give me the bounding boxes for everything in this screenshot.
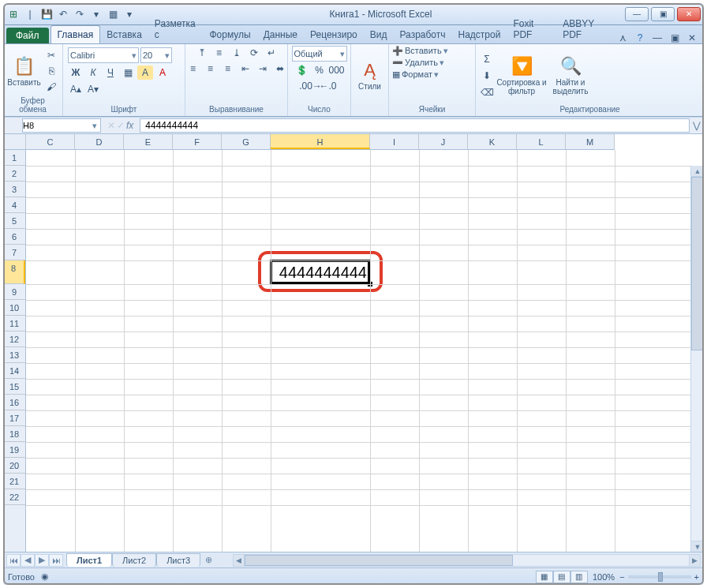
align-right-icon[interactable]: ≡ [220,62,236,76]
column-header-J[interactable]: J [419,134,468,149]
nav-next-icon[interactable]: ▶ [35,554,49,567]
undo-icon[interactable]: ↶ [56,7,70,21]
row-header-16[interactable]: 16 [3,395,25,410]
qat-extra-icon[interactable]: ▦ [106,7,120,21]
zoom-slider[interactable]: − + [619,572,699,582]
bold-button[interactable]: Ж [68,66,84,80]
row-header-22[interactable]: 22 [3,489,25,505]
zoom-in-icon[interactable]: + [694,572,699,582]
column-header-G[interactable]: G [222,134,271,149]
border-button[interactable]: ▦ [120,66,136,80]
decrease-indent-icon[interactable]: ⇤ [238,62,253,76]
delete-cells-button[interactable]: ➖Удалить▾ [392,58,444,68]
comma-icon[interactable]: 000 [329,63,345,77]
row-header-20[interactable]: 20 [3,458,25,474]
row-header-1[interactable]: 1 [3,150,25,166]
orientation-icon[interactable]: ⟳ [246,46,262,60]
format-cells-button[interactable]: ▦Формат▾ [392,69,439,80]
enter-formula-icon[interactable]: ✓ [117,120,125,131]
row-header-13[interactable]: 13 [3,347,25,363]
insert-cells-button[interactable]: ➕Вставить▾ [392,46,448,56]
column-header-C[interactable]: C [26,134,75,149]
fill-color-button[interactable]: А [137,66,153,80]
spreadsheet-grid[interactable]: CDEFGHIJKLM 1234567891011121314151617181… [3,134,704,552]
row-header-21[interactable]: 21 [3,474,25,489]
currency-icon[interactable]: 💲 [294,63,310,77]
column-header-L[interactable]: L [517,134,566,149]
format-painter-icon[interactable]: 🖌 [43,80,59,94]
tab-insert[interactable]: Вставка [100,26,148,43]
number-format-combo[interactable]: Общий▾ [292,46,347,62]
row-header-4[interactable]: 4 [3,197,25,213]
doc-restore-icon[interactable]: ▣ [668,32,682,43]
increase-decimal-icon[interactable]: .00→ [303,79,319,93]
tab-home[interactable]: Главная [50,25,101,43]
tab-layout[interactable]: Разметка с [148,15,204,43]
autosum-icon[interactable]: Σ [479,52,495,66]
merge-icon[interactable]: ⬌ [272,62,288,76]
nav-first-icon[interactable]: ⏮ [6,554,21,567]
styles-button[interactable]: Ą Стили [354,51,385,101]
qat-more-icon[interactable]: ▾ [89,7,103,21]
row-header-2[interactable]: 2 [3,166,25,182]
align-middle-icon[interactable]: ≡ [211,46,227,60]
qat-dropdown-icon[interactable]: ▾ [122,7,137,21]
row-header-18[interactable]: 18 [3,426,25,442]
horizontal-scrollbar[interactable]: ◀ ▶ [233,554,701,567]
save-icon[interactable]: 💾 [39,7,54,21]
underline-button[interactable]: Ч [103,66,118,80]
cut-icon[interactable]: ✂ [43,48,59,62]
row-header-15[interactable]: 15 [3,379,25,395]
row-header-10[interactable]: 10 [3,300,25,316]
page-break-view-icon[interactable]: ▥ [570,571,588,583]
increase-font-icon[interactable]: A▴ [68,82,84,96]
font-color-button[interactable]: А [155,66,170,80]
name-box-dropdown-icon[interactable]: ▾ [89,121,100,131]
row-header-17[interactable]: 17 [3,410,25,426]
page-layout-view-icon[interactable]: ▤ [553,571,570,583]
sort-filter-button[interactable]: 🔽 Сортировка и фильтр [496,51,547,101]
vscroll-thumb[interactable] [691,177,704,350]
align-left-icon[interactable]: ≡ [185,62,201,76]
tab-addins[interactable]: Надстрой [452,26,507,43]
cell-H8[interactable]: 4444444444 [271,260,370,284]
tab-review[interactable]: Рецензиро [304,26,364,43]
tab-view[interactable]: Вид [364,26,394,43]
zoom-thumb[interactable] [658,572,663,582]
column-header-M[interactable]: M [566,134,615,149]
tab-data[interactable]: Данные [257,26,304,43]
decrease-font-icon[interactable]: A▾ [85,82,101,96]
decrease-decimal-icon[interactable]: ←.0 [320,79,336,93]
help-icon[interactable]: ? [633,32,647,43]
percent-icon[interactable]: % [312,63,327,77]
select-all-corner[interactable] [3,134,26,150]
row-header-3[interactable]: 3 [3,182,25,197]
row-header-19[interactable]: 19 [3,442,25,458]
column-header-F[interactable]: F [173,134,222,149]
align-bottom-icon[interactable]: ⤓ [229,46,245,60]
paste-button[interactable]: 📋 Вставить [6,46,42,96]
nav-prev-icon[interactable]: ◀ [21,554,35,567]
normal-view-icon[interactable]: ▦ [536,571,553,583]
fx-icon[interactable]: fx [126,120,133,131]
row-header-11[interactable]: 11 [3,316,25,331]
hscroll-thumb[interactable] [245,555,513,566]
sheet-tab-3[interactable]: Лист3 [156,553,200,567]
column-header-D[interactable]: D [75,134,124,149]
close-button[interactable]: ✕ [677,7,701,21]
row-header-8[interactable]: 8 [3,260,25,284]
column-header-K[interactable]: K [468,134,517,149]
fill-icon[interactable]: ⬇ [479,69,495,83]
tab-abbyy[interactable]: ABBYY PDF [556,15,615,43]
font-size-combo[interactable]: 20▾ [140,47,172,63]
name-box[interactable]: H8 ▾ [22,118,101,133]
copy-icon[interactable]: ⎘ [43,64,59,78]
zoom-out-icon[interactable]: − [619,572,624,582]
column-header-I[interactable]: I [370,134,419,149]
align-center-icon[interactable]: ≡ [203,62,219,76]
increase-indent-icon[interactable]: ⇥ [255,62,271,76]
doc-close-icon[interactable]: ✕ [685,32,699,43]
column-header-E[interactable]: E [124,134,173,149]
zoom-value[interactable]: 100% [593,572,615,582]
tab-foxit[interactable]: Foxit PDF [507,15,556,43]
